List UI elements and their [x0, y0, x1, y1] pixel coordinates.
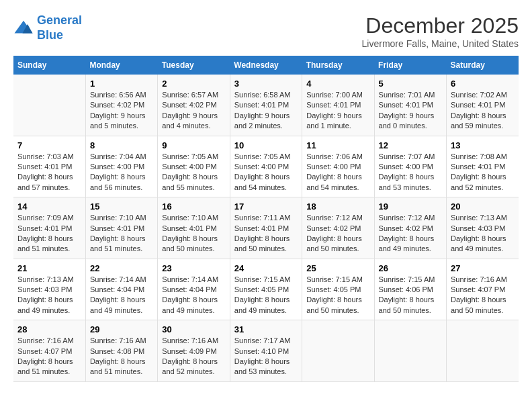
day-info: Sunrise: 7:14 AMSunset: 4:04 PMDaylight:…	[90, 275, 153, 316]
calendar-cell: 2Sunrise: 6:57 AMSunset: 4:02 PMDaylight…	[158, 75, 230, 136]
day-number: 22	[90, 263, 153, 273]
calendar-cell: 13Sunrise: 7:08 AMSunset: 4:01 PMDayligh…	[447, 136, 519, 197]
day-number: 15	[90, 201, 153, 212]
logo: General Blue	[13, 13, 82, 42]
day-number: 30	[162, 324, 225, 334]
day-number: 1	[90, 79, 153, 89]
calendar-cell: 14Sunrise: 7:09 AMSunset: 4:01 PMDayligh…	[13, 197, 85, 259]
calendar-table: SundayMondayTuesdayWednesdayThursdayFrid…	[13, 56, 519, 382]
day-info: Sunrise: 7:16 AMSunset: 4:07 PMDaylight:…	[451, 275, 515, 316]
day-number: 21	[17, 263, 81, 273]
calendar-cell: 5Sunrise: 7:01 AMSunset: 4:01 PMDaylight…	[374, 75, 446, 136]
calendar-cell: 31Sunrise: 7:17 AMSunset: 4:10 PMDayligh…	[230, 320, 302, 382]
day-info: Sunrise: 7:09 AMSunset: 4:01 PMDaylight:…	[17, 213, 81, 255]
title-area: December 2025 Livermore Falls, Maine, Un…	[362, 13, 519, 49]
day-info: Sunrise: 7:12 AMSunset: 4:02 PMDaylight:…	[306, 213, 369, 255]
calendar-cell: 16Sunrise: 7:10 AMSunset: 4:01 PMDayligh…	[158, 197, 230, 259]
day-info: Sunrise: 7:08 AMSunset: 4:01 PMDaylight:…	[451, 152, 515, 193]
day-number: 23	[162, 263, 225, 273]
weekday-header-friday: Friday	[374, 56, 446, 75]
weekday-header-monday: Monday	[85, 56, 157, 75]
week-row-1: 1Sunrise: 6:56 AMSunset: 4:02 PMDaylight…	[13, 75, 519, 136]
day-info: Sunrise: 7:16 AMSunset: 4:09 PMDaylight:…	[162, 336, 225, 377]
weekday-header-tuesday: Tuesday	[158, 56, 230, 75]
day-number: 31	[234, 324, 298, 334]
day-number: 27	[451, 263, 515, 273]
day-number: 9	[162, 140, 225, 150]
day-info: Sunrise: 7:05 AMSunset: 4:00 PMDaylight:…	[162, 152, 225, 193]
day-number: 24	[234, 263, 298, 273]
day-number: 5	[379, 79, 442, 89]
calendar-cell	[374, 320, 446, 382]
day-info: Sunrise: 7:02 AMSunset: 4:01 PMDaylight:…	[451, 90, 515, 132]
day-info: Sunrise: 7:01 AMSunset: 4:01 PMDaylight:…	[379, 90, 442, 132]
calendar-cell: 22Sunrise: 7:14 AMSunset: 4:04 PMDayligh…	[85, 259, 157, 320]
calendar-cell: 26Sunrise: 7:15 AMSunset: 4:06 PMDayligh…	[374, 259, 446, 320]
calendar-cell: 8Sunrise: 7:04 AMSunset: 4:00 PMDaylight…	[85, 136, 157, 197]
day-number: 16	[162, 201, 225, 212]
day-number: 18	[306, 201, 369, 212]
calendar-cell: 6Sunrise: 7:02 AMSunset: 4:01 PMDaylight…	[447, 75, 519, 136]
month-title: December 2025	[362, 13, 519, 38]
calendar-cell: 15Sunrise: 7:10 AMSunset: 4:01 PMDayligh…	[85, 197, 157, 259]
calendar-cell: 20Sunrise: 7:13 AMSunset: 4:03 PMDayligh…	[447, 197, 519, 259]
day-info: Sunrise: 7:04 AMSunset: 4:00 PMDaylight:…	[90, 152, 153, 193]
calendar-cell: 7Sunrise: 7:03 AMSunset: 4:01 PMDaylight…	[13, 136, 85, 197]
day-number: 28	[17, 324, 81, 334]
day-info: Sunrise: 7:13 AMSunset: 4:03 PMDaylight:…	[451, 213, 515, 255]
day-number: 8	[90, 140, 153, 150]
day-info: Sunrise: 7:15 AMSunset: 4:05 PMDaylight:…	[234, 275, 298, 316]
day-number: 13	[451, 140, 515, 150]
weekday-header-wednesday: Wednesday	[230, 56, 302, 75]
calendar-cell: 19Sunrise: 7:12 AMSunset: 4:02 PMDayligh…	[374, 197, 446, 259]
day-info: Sunrise: 7:12 AMSunset: 4:02 PMDaylight:…	[379, 213, 442, 255]
day-info: Sunrise: 7:16 AMSunset: 4:08 PMDaylight:…	[90, 336, 153, 377]
calendar-cell	[13, 75, 85, 136]
day-info: Sunrise: 7:16 AMSunset: 4:07 PMDaylight:…	[17, 336, 81, 377]
day-info: Sunrise: 7:03 AMSunset: 4:01 PMDaylight:…	[17, 152, 81, 193]
week-row-5: 28Sunrise: 7:16 AMSunset: 4:07 PMDayligh…	[13, 320, 519, 382]
calendar-cell: 30Sunrise: 7:16 AMSunset: 4:09 PMDayligh…	[158, 320, 230, 382]
weekday-row: SundayMondayTuesdayWednesdayThursdayFrid…	[13, 56, 519, 75]
calendar-cell: 12Sunrise: 7:07 AMSunset: 4:00 PMDayligh…	[374, 136, 446, 197]
page-header: General Blue December 2025 Livermore Fal…	[13, 13, 519, 49]
week-row-3: 14Sunrise: 7:09 AMSunset: 4:01 PMDayligh…	[13, 197, 519, 259]
day-number: 6	[451, 79, 515, 89]
calendar-cell: 27Sunrise: 7:16 AMSunset: 4:07 PMDayligh…	[447, 259, 519, 320]
day-info: Sunrise: 7:00 AMSunset: 4:01 PMDaylight:…	[306, 90, 369, 132]
logo-icon	[13, 18, 34, 38]
day-number: 3	[234, 79, 298, 89]
calendar-cell: 29Sunrise: 7:16 AMSunset: 4:08 PMDayligh…	[85, 320, 157, 382]
calendar-cell: 23Sunrise: 7:14 AMSunset: 4:04 PMDayligh…	[158, 259, 230, 320]
calendar-cell	[302, 320, 374, 382]
calendar-cell: 21Sunrise: 7:13 AMSunset: 4:03 PMDayligh…	[13, 259, 85, 320]
day-info: Sunrise: 7:10 AMSunset: 4:01 PMDaylight:…	[90, 213, 153, 255]
day-info: Sunrise: 7:17 AMSunset: 4:10 PMDaylight:…	[234, 336, 298, 377]
day-info: Sunrise: 7:15 AMSunset: 4:06 PMDaylight:…	[379, 275, 442, 316]
day-number: 29	[90, 324, 153, 334]
calendar-cell: 18Sunrise: 7:12 AMSunset: 4:02 PMDayligh…	[302, 197, 374, 259]
logo-text: General Blue	[37, 13, 82, 42]
weekday-header-saturday: Saturday	[447, 56, 519, 75]
day-number: 7	[17, 140, 81, 150]
calendar-cell: 24Sunrise: 7:15 AMSunset: 4:05 PMDayligh…	[230, 259, 302, 320]
calendar-cell: 9Sunrise: 7:05 AMSunset: 4:00 PMDaylight…	[158, 136, 230, 197]
day-number: 26	[379, 263, 442, 273]
day-number: 10	[234, 140, 298, 150]
day-info: Sunrise: 6:58 AMSunset: 4:01 PMDaylight:…	[234, 90, 298, 132]
day-number: 19	[379, 201, 442, 212]
logo-line2: Blue	[37, 28, 63, 42]
week-row-4: 21Sunrise: 7:13 AMSunset: 4:03 PMDayligh…	[13, 259, 519, 320]
calendar-cell: 28Sunrise: 7:16 AMSunset: 4:07 PMDayligh…	[13, 320, 85, 382]
calendar-cell	[447, 320, 519, 382]
calendar-cell: 4Sunrise: 7:00 AMSunset: 4:01 PMDaylight…	[302, 75, 374, 136]
day-info: Sunrise: 7:07 AMSunset: 4:00 PMDaylight:…	[379, 152, 442, 193]
day-number: 25	[306, 263, 369, 273]
day-number: 11	[306, 140, 369, 150]
day-info: Sunrise: 7:14 AMSunset: 4:04 PMDaylight:…	[162, 275, 225, 316]
day-info: Sunrise: 7:11 AMSunset: 4:01 PMDaylight:…	[234, 213, 298, 255]
calendar-cell: 11Sunrise: 7:06 AMSunset: 4:00 PMDayligh…	[302, 136, 374, 197]
calendar-cell: 10Sunrise: 7:05 AMSunset: 4:00 PMDayligh…	[230, 136, 302, 197]
calendar-cell: 3Sunrise: 6:58 AMSunset: 4:01 PMDaylight…	[230, 75, 302, 136]
day-info: Sunrise: 7:13 AMSunset: 4:03 PMDaylight:…	[17, 275, 81, 316]
